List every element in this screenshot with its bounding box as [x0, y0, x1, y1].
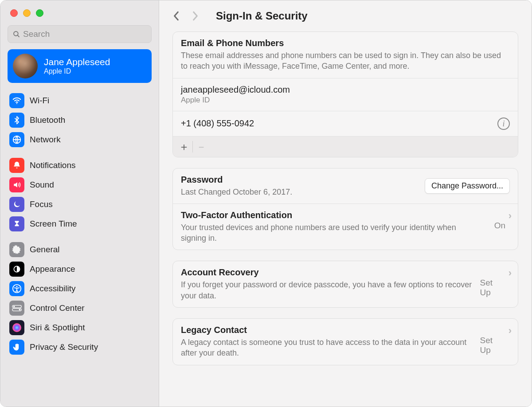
- contact-entry-email[interactable]: janeappleseed@icloud.com Apple ID: [173, 78, 518, 111]
- twofa-status: On: [494, 221, 505, 231]
- contact-phone-value: +1 (408) 555-0942: [181, 118, 254, 129]
- content-pane: Sign-In & Security Email & Phone Numbers…: [159, 0, 532, 407]
- email-phone-desc: These email addresses and phone numbers …: [181, 50, 510, 72]
- contact-email-sub: Apple ID: [181, 96, 510, 105]
- sidebar-item-label: Accessibility: [30, 284, 75, 294]
- sidebar-item-label: Siri & Spotlight: [30, 323, 85, 333]
- sidebar-item-label: Appearance: [30, 264, 75, 274]
- bell-icon: [9, 158, 24, 173]
- siri-icon: [9, 320, 24, 335]
- account-subtitle: Apple ID: [44, 67, 110, 75]
- hourglass-icon: [9, 216, 24, 231]
- card-legacy-contact: Legacy Contact A legacy contact is someo…: [172, 318, 518, 365]
- password-title: Password: [181, 175, 292, 185]
- svg-point-9: [13, 306, 15, 307]
- gear-icon: [9, 242, 24, 257]
- svg-point-11: [19, 309, 20, 310]
- wifi-icon: [9, 93, 24, 108]
- legacy-status: Set Up: [480, 336, 505, 355]
- search-input[interactable]: Search: [8, 25, 152, 43]
- sidebar-item-sound[interactable]: Sound: [8, 175, 152, 195]
- separator: [192, 141, 193, 153]
- sidebar-item-privacy-security[interactable]: Privacy & Security: [8, 337, 152, 357]
- add-contact-button[interactable]: ＋: [177, 139, 191, 154]
- appearance-icon: [9, 262, 24, 277]
- speaker-icon: [9, 177, 24, 192]
- zoom-window-button[interactable]: [36, 9, 43, 17]
- sidebar-item-label: Focus: [30, 200, 53, 209]
- sidebar-item-label: Control Center: [30, 303, 85, 313]
- sidebar-group-network: Wi-Fi Bluetooth Network: [0, 91, 159, 156]
- forward-button[interactable]: [188, 9, 202, 23]
- card-password-2fa: Password Last Changed October 6, 2017. C…: [172, 168, 518, 250]
- page-title: Sign-In & Security: [216, 10, 308, 22]
- email-phone-title: Email & Phone Numbers: [181, 38, 510, 48]
- sidebar-item-screen-time[interactable]: Screen Time: [8, 214, 152, 234]
- twofa-row[interactable]: Two-Factor Authentication Your trusted d…: [173, 204, 518, 250]
- avatar: [13, 54, 38, 78]
- legacy-contact-row[interactable]: Legacy Contact A legacy contact is someo…: [173, 319, 518, 365]
- card-account-recovery: Account Recovery If you forget your pass…: [172, 261, 518, 308]
- recovery-title: Account Recovery: [181, 267, 480, 278]
- sidebar-item-label: Bluetooth: [30, 115, 65, 125]
- window-controls: [0, 0, 159, 25]
- recovery-desc: If you forget your password or device pa…: [181, 279, 480, 301]
- settings-window: Search Jane Appleseed Apple ID Wi-Fi: [0, 0, 532, 407]
- search-placeholder: Search: [23, 29, 50, 39]
- sidebar-item-label: Privacy & Security: [30, 342, 98, 352]
- sidebar-group-alerts: Notifications Sound Focus Screen Time: [0, 156, 159, 240]
- twofa-title: Two-Factor Authentication: [181, 210, 482, 220]
- chevron-right-icon: ›: [509, 267, 512, 279]
- svg-line-1: [17, 35, 19, 37]
- contact-entry-phone[interactable]: +1 (408) 555-0942 i: [173, 111, 518, 136]
- sidebar: Search Jane Appleseed Apple ID Wi-Fi: [0, 0, 159, 407]
- sidebar-item-label: Sound: [30, 180, 54, 190]
- topbar: Sign-In & Security: [159, 0, 532, 27]
- sidebar-item-label: Network: [30, 135, 61, 145]
- sidebar-account-row[interactable]: Jane Appleseed Apple ID: [8, 49, 152, 83]
- sidebar-item-general[interactable]: General: [8, 240, 152, 259]
- sidebar-item-label: Wi-Fi: [30, 96, 49, 106]
- sidebar-item-label: General: [30, 245, 60, 254]
- twofa-desc: Your trusted devices and phone numbers a…: [181, 222, 482, 244]
- sidebar-item-accessibility[interactable]: Accessibility: [8, 279, 152, 298]
- svg-point-2: [16, 103, 17, 104]
- sidebar-item-siri-spotlight[interactable]: Siri & Spotlight: [8, 318, 152, 337]
- switches-icon: [9, 301, 24, 316]
- sidebar-item-control-center[interactable]: Control Center: [8, 298, 152, 318]
- account-name: Jane Appleseed: [44, 57, 110, 67]
- globe-icon: [9, 132, 24, 147]
- sidebar-item-label: Screen Time: [30, 219, 77, 229]
- legacy-desc: A legacy contact is someone you trust to…: [181, 337, 480, 359]
- sidebar-item-wifi[interactable]: Wi-Fi: [8, 91, 152, 110]
- back-button[interactable]: [170, 9, 183, 23]
- sidebar-item-appearance[interactable]: Appearance: [8, 259, 152, 279]
- close-window-button[interactable]: [10, 9, 18, 17]
- sidebar-item-bluetooth[interactable]: Bluetooth: [8, 110, 152, 130]
- card-email-phone: Email & Phone Numbers These email addres…: [172, 31, 518, 157]
- password-desc: Last Changed October 6, 2017.: [181, 187, 292, 197]
- moon-icon: [9, 197, 24, 212]
- svg-point-7: [16, 286, 18, 287]
- info-icon[interactable]: i: [497, 117, 510, 130]
- account-recovery-row[interactable]: Account Recovery If you forget your pass…: [173, 261, 518, 307]
- hand-icon: [9, 340, 24, 355]
- change-password-button[interactable]: Change Password...: [425, 178, 510, 194]
- recovery-status: Set Up: [480, 278, 505, 297]
- add-remove-bar: ＋ －: [173, 136, 518, 157]
- contact-email-value: janeappleseed@icloud.com: [181, 85, 510, 95]
- sidebar-item-focus[interactable]: Focus: [8, 195, 152, 214]
- sidebar-item-network[interactable]: Network: [8, 130, 152, 149]
- bluetooth-icon: [9, 113, 24, 128]
- chevron-right-icon: ›: [509, 325, 512, 337]
- chevron-right-icon: ›: [509, 210, 512, 222]
- sidebar-group-system: General Appearance Accessibility Control…: [0, 240, 159, 363]
- minimize-window-button[interactable]: [23, 9, 31, 17]
- remove-contact-button[interactable]: －: [195, 139, 208, 154]
- sidebar-item-label: Notifications: [30, 160, 76, 170]
- legacy-title: Legacy Contact: [181, 325, 480, 335]
- svg-point-12: [12, 323, 21, 332]
- sidebar-item-notifications[interactable]: Notifications: [8, 156, 152, 175]
- password-row: Password Last Changed October 6, 2017. C…: [173, 168, 518, 204]
- search-icon: [12, 30, 20, 38]
